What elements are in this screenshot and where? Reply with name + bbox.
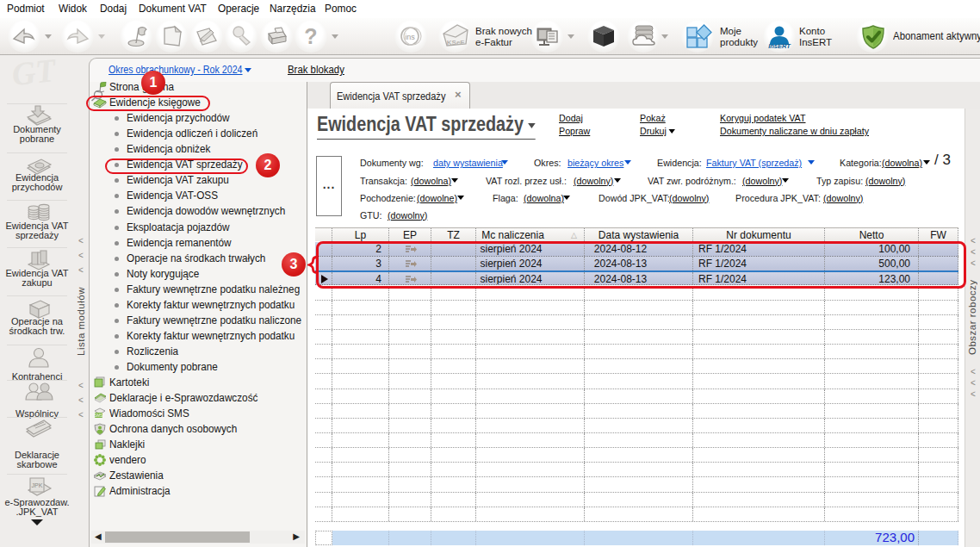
svg-text:JPK: JPK <box>32 482 43 488</box>
svg-text:InsERT: InsERT <box>768 42 791 50</box>
svg-text:KSeF: KSeF <box>447 39 465 47</box>
svg-text:ins: ins <box>405 33 415 41</box>
svg-text:SMS: SMS <box>95 413 103 418</box>
